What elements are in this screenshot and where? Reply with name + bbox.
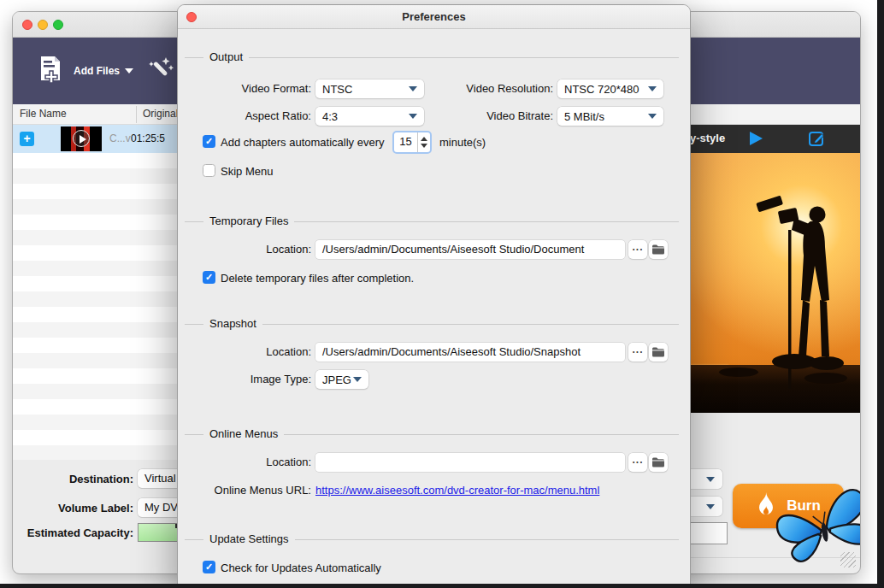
snapshot-folder-button[interactable]	[649, 343, 668, 362]
aspect-ratio-label: Aspect Ratio:	[183, 106, 311, 122]
online-url-label: Online Menus URL:	[183, 480, 311, 497]
stepper-up-icon	[421, 137, 427, 141]
temp-files-section-title: Temporary Files	[203, 215, 294, 228]
chevron-down-icon	[648, 114, 657, 119]
online-menus-section-header: Online Menus	[185, 427, 679, 441]
minimize-button[interactable]	[38, 20, 48, 30]
stepper-down-icon	[421, 144, 427, 148]
add-chapters-text: Add chapters automatically every	[221, 135, 384, 149]
online-location-label: Location:	[183, 452, 311, 468]
online-menus-url-link[interactable]: https://www.aiseesoft.com/dvd-creator-fo…	[315, 480, 599, 497]
skip-menu-checkbox[interactable]	[203, 164, 215, 177]
snapshot-location-input[interactable]: /Users/admin/Documents/Aiseesoft Studio/…	[315, 343, 625, 362]
chevron-down-icon	[409, 86, 417, 91]
volume-label-label: Volume Label:	[13, 502, 133, 514]
video-thumbnail[interactable]	[61, 126, 102, 151]
chapter-minutes-stepper[interactable]: 15	[392, 131, 432, 154]
chevron-down-icon	[706, 504, 715, 509]
add-chapter-badge-icon[interactable]: +	[20, 132, 34, 146]
online-folder-button[interactable]	[649, 453, 668, 472]
chevron-down-icon	[648, 86, 657, 91]
temp-browse-button[interactable]: ...	[628, 240, 647, 259]
stepper-arrows[interactable]	[417, 132, 430, 152]
add-files-button[interactable]: Add Files	[74, 65, 120, 77]
add-files-icon	[35, 54, 66, 88]
folder-icon	[652, 244, 664, 255]
temp-location-input[interactable]: /Users/admin/Documents/Aiseesoft Studio/…	[315, 240, 625, 259]
screen: Add Files Edit File Name Original Durati…	[0, 0, 884, 588]
delete-temp-text: Delete temporary files after completion.	[221, 271, 414, 285]
snapshot-location-label: Location:	[183, 342, 311, 358]
snapshot-section-header: Snapshot	[185, 317, 679, 331]
update-section-title: Update Settings	[203, 532, 295, 546]
duration-cell: 01:25:5	[131, 132, 165, 144]
chevron-down-icon	[353, 377, 362, 382]
preferences-dialog: Preferences Output Video Format: NTSC Vi…	[177, 4, 691, 588]
preferences-titlebar: Preferences	[178, 5, 690, 29]
column-divider	[136, 106, 137, 123]
snapshot-browse-button[interactable]: ...	[628, 343, 647, 362]
output-section-title: Output	[203, 50, 249, 64]
edit-menu-icon[interactable]	[808, 130, 826, 151]
video-bitrate-label: Video Bitrate:	[425, 106, 553, 122]
file-name-cell: C...v	[109, 132, 131, 144]
aspect-ratio-select[interactable]: 4:3	[315, 107, 424, 126]
snapshot-section-title: Snapshot	[203, 317, 262, 331]
video-format-select[interactable]: NTSC	[315, 79, 424, 98]
magic-wand-icon	[145, 55, 174, 87]
video-bitrate-select[interactable]: 5 MBit/s	[557, 107, 663, 126]
photographer-silhouette	[745, 194, 861, 411]
preview-play-icon[interactable]	[750, 132, 763, 145]
play-icon[interactable]	[73, 130, 90, 147]
output-section-header: Output	[185, 50, 679, 64]
menu-style-label: y-style	[690, 132, 725, 144]
estimated-capacity-label: Estimated Capacity:	[13, 526, 133, 539]
desktop-edge-bottom	[0, 584, 884, 588]
online-browse-button[interactable]: ...	[628, 453, 647, 472]
video-resolution-select[interactable]: NTSC 720*480	[557, 79, 663, 98]
video-format-label: Video Format:	[183, 79, 311, 95]
desktop-edge-right	[877, 0, 884, 588]
skip-menu-text: Skip Menu	[221, 164, 273, 178]
folder-icon	[652, 347, 664, 357]
temp-location-label: Location:	[183, 239, 311, 256]
destination-label: Destination:	[13, 473, 133, 485]
flame-icon	[756, 491, 776, 520]
zoom-button[interactable]	[53, 20, 63, 30]
chevron-down-icon	[706, 477, 715, 482]
add-chapters-checkbox[interactable]: ✓	[203, 135, 215, 148]
online-location-input[interactable]	[315, 453, 625, 472]
column-file-name[interactable]: File Name	[20, 108, 67, 120]
image-type-label: Image Type:	[183, 369, 311, 385]
dialog-title: Preferences	[178, 10, 690, 23]
check-updates-text: Check for Updates Automatically	[221, 561, 381, 574]
chapter-minutes-value: 15	[394, 132, 417, 152]
update-section-header: Update Settings	[185, 532, 679, 546]
image-type-select[interactable]: JPEG	[315, 370, 368, 389]
online-menus-section-title: Online Menus	[203, 427, 284, 441]
butterfly-image	[775, 487, 861, 572]
chevron-down-icon[interactable]	[125, 68, 133, 74]
folder-icon	[652, 457, 664, 467]
temp-folder-button[interactable]	[649, 240, 668, 259]
delete-temp-checkbox[interactable]: ✓	[203, 271, 215, 284]
check-updates-checkbox[interactable]: ✓	[203, 561, 215, 573]
temp-files-section-header: Temporary Files	[185, 215, 679, 228]
chevron-down-icon	[409, 114, 417, 119]
minutes-suffix: minute(s)	[439, 135, 486, 149]
close-button[interactable]	[22, 20, 32, 30]
video-resolution-label: Video Resolution:	[425, 79, 553, 95]
